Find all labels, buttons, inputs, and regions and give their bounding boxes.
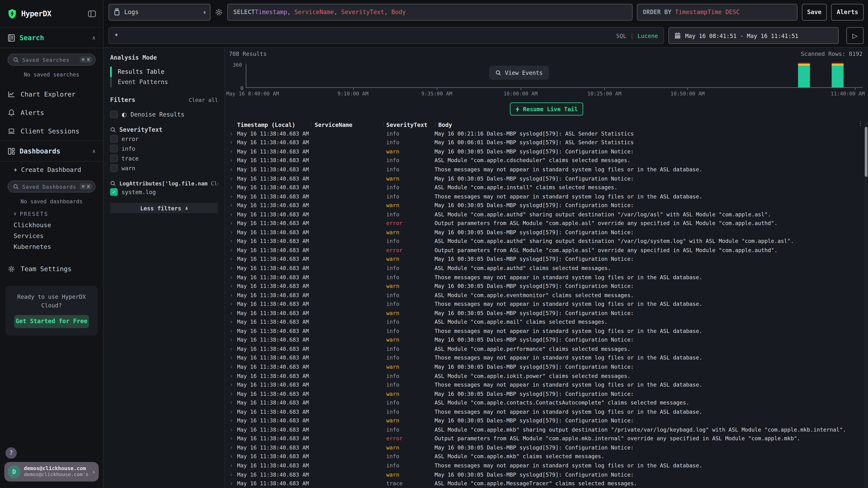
- run-query-button[interactable]: ▷: [846, 27, 864, 44]
- denoise-results-toggle[interactable]: ◐ Denoise Results: [110, 110, 218, 118]
- saved-dashboards-input[interactable]: Saved Dashboards ⌘ K: [8, 181, 95, 193]
- checkbox-checked[interactable]: ✓: [110, 188, 118, 196]
- table-row[interactable]: ›May 16 11:38:40.683 AMwarnMay 16 00:30:…: [225, 282, 868, 291]
- source-selector[interactable]: Logs ▲▼: [108, 4, 211, 21]
- table-row[interactable]: ›May 16 11:38:40.683 AMinfoMay 16 00:21:…: [225, 129, 868, 138]
- table-row[interactable]: ›May 16 11:38:40.683 AMinfoASL Module "c…: [225, 210, 868, 219]
- expand-chevron-icon[interactable]: ›: [229, 157, 237, 164]
- save-button[interactable]: Save: [802, 4, 827, 21]
- results-histogram[interactable]: 360 0 May 16 8:40:00 AM 9:10:00 AM9:35:0…: [225, 60, 868, 98]
- expand-chevron-icon[interactable]: ›: [229, 462, 237, 469]
- create-dashboard-button[interactable]: + Create Dashboard: [0, 162, 103, 178]
- expand-chevron-icon[interactable]: ›: [229, 319, 237, 326]
- table-row[interactable]: ›May 16 11:38:40.683 AMinfoASL Module "c…: [225, 425, 868, 434]
- column-header-severitytext[interactable]: SeverityText: [382, 122, 435, 128]
- collapse-sidebar-icon[interactable]: [88, 10, 96, 17]
- analysis-mode-tab[interactable]: Event Patterns: [110, 77, 218, 87]
- get-started-button[interactable]: Get Started for Free: [14, 315, 89, 328]
- column-separator[interactable]: ⋮: [309, 121, 314, 126]
- table-row[interactable]: ›May 16 11:38:40.683 AMinfoASL Module "c…: [225, 156, 868, 165]
- column-header-timestamp[interactable]: Timestamp (Local): [237, 122, 309, 128]
- table-row[interactable]: ›May 16 11:38:40.683 AMerrorOutput param…: [225, 246, 868, 255]
- table-row[interactable]: ›May 16 11:38:40.683 AMinfoThose message…: [225, 165, 868, 174]
- view-events-button[interactable]: View Events: [489, 66, 549, 80]
- column-separator[interactable]: ⋮: [433, 121, 438, 126]
- expand-chevron-icon[interactable]: ›: [229, 346, 237, 352]
- query-settings-gear-icon[interactable]: [215, 8, 223, 16]
- expand-chevron-icon[interactable]: ›: [229, 372, 237, 379]
- expand-chevron-icon[interactable]: ›: [229, 444, 237, 451]
- expand-chevron-icon[interactable]: ›: [229, 300, 237, 307]
- denoise-checkbox[interactable]: [110, 110, 118, 118]
- table-row[interactable]: ›May 16 11:38:40.683 AMinfoThose message…: [225, 272, 868, 282]
- table-row[interactable]: ›May 16 11:38:40.683 AMinfoThose message…: [225, 380, 868, 389]
- checkbox[interactable]: [110, 144, 118, 152]
- expand-chevron-icon[interactable]: ›: [229, 247, 237, 254]
- expand-chevron-icon[interactable]: ›: [229, 130, 237, 137]
- expand-chevron-icon[interactable]: ›: [229, 310, 237, 317]
- table-row[interactable]: ›May 16 11:38:40.683 AMwarnMay 16 00:30:…: [225, 308, 868, 318]
- table-row[interactable]: ›May 16 11:38:40.683 AMwarnMay 16 00:30:…: [225, 201, 868, 210]
- filter-option[interactable]: ✓system.log: [110, 187, 218, 196]
- expand-chevron-icon[interactable]: ›: [229, 283, 237, 290]
- expand-chevron-icon[interactable]: ›: [229, 363, 237, 370]
- table-row[interactable]: ›May 16 11:38:40.683 AMinfoASL Module "c…: [225, 371, 868, 380]
- expand-chevron-icon[interactable]: ›: [229, 435, 237, 442]
- filter-option[interactable]: trace: [110, 154, 218, 163]
- table-row[interactable]: ›May 16 11:38:40.683 AMinfoASL Module "c…: [225, 237, 868, 246]
- table-row[interactable]: ›May 16 11:38:40.683 AMwarnMay 16 00:30:…: [225, 416, 868, 425]
- expand-chevron-icon[interactable]: ›: [229, 184, 237, 191]
- expand-chevron-icon[interactable]: ›: [229, 327, 237, 334]
- expand-chevron-icon[interactable]: ›: [229, 354, 237, 361]
- expand-chevron-icon[interactable]: ›: [229, 256, 237, 263]
- query-search-input[interactable]: * SQL | Lucene: [108, 27, 664, 44]
- less-filters-button[interactable]: Less filters ∧: [110, 203, 218, 213]
- filter-option[interactable]: error: [110, 134, 218, 143]
- checkbox[interactable]: [110, 135, 118, 142]
- expand-chevron-icon[interactable]: ›: [229, 399, 237, 406]
- expand-chevron-icon[interactable]: ›: [229, 175, 237, 182]
- sidebar-item-chart-explorer[interactable]: Chart Explorer: [0, 85, 103, 104]
- table-row[interactable]: ›May 16 11:38:40.683 AMinfoThose message…: [225, 461, 868, 470]
- table-row[interactable]: ›May 16 11:38:40.683 AMwarnMay 16 00:30:…: [225, 174, 868, 183]
- table-row[interactable]: ›May 16 11:38:40.683 AMwarnMay 16 00:30:…: [225, 228, 868, 237]
- select-clause-input[interactable]: SELECT Timestamp, ServiceName, SeverityT…: [227, 4, 632, 21]
- table-options-kebab-icon[interactable]: ⋮: [858, 120, 863, 126]
- analysis-mode-tab[interactable]: Results Table: [110, 67, 218, 77]
- table-row[interactable]: ›May 16 11:38:40.683 AMwarnMay 16 00:30:…: [225, 335, 868, 345]
- table-row[interactable]: ›May 16 11:38:40.683 AMinfoASL Module "c…: [225, 291, 868, 300]
- table-row[interactable]: ›May 16 11:38:40.683 AMinfoASL Module "c…: [225, 317, 868, 326]
- table-row[interactable]: ›May 16 11:38:40.683 AMinfoThose message…: [225, 407, 868, 416]
- order-by-input[interactable]: ORDER BY TimestampTime DESC: [637, 4, 797, 21]
- preset-item[interactable]: Services: [0, 230, 103, 241]
- table-row[interactable]: ›May 16 11:38:40.683 AMinfoThose message…: [225, 192, 868, 201]
- lang-sql-toggle[interactable]: SQL: [616, 32, 626, 39]
- table-row[interactable]: ›May 16 11:38:40.683 AMinfoASL Module "c…: [225, 183, 868, 192]
- expand-chevron-icon[interactable]: ›: [229, 139, 237, 146]
- saved-searches-input[interactable]: Saved Searches ⌘ K: [8, 54, 95, 66]
- expand-chevron-icon[interactable]: ›: [229, 265, 237, 272]
- chart-plot-area[interactable]: May 16 8:40:00 AM 9:10:00 AM9:35:00 AM10…: [246, 64, 863, 88]
- table-row[interactable]: ›May 16 11:38:40.683 AMwarnMay 16 00:30:…: [225, 389, 868, 398]
- expand-chevron-icon[interactable]: ›: [229, 202, 237, 209]
- table-row[interactable]: ›May 16 11:38:40.683 AMerrorOutput param…: [225, 434, 868, 443]
- checkbox[interactable]: [110, 164, 118, 172]
- table-row[interactable]: ›May 16 11:38:40.683 AMwarnMay 16 00:30:…: [225, 470, 868, 479]
- help-button[interactable]: ?: [5, 447, 17, 459]
- expand-chevron-icon[interactable]: ›: [229, 408, 237, 415]
- user-menu[interactable]: D demos@clickhouse.com demos@clickhouse.…: [4, 462, 99, 482]
- expand-chevron-icon[interactable]: ›: [229, 471, 237, 478]
- file-group-clear-button[interactable]: Clear: [211, 181, 218, 187]
- table-row[interactable]: ›May 16 11:38:40.683 AMerrorOutput param…: [225, 219, 868, 228]
- table-row[interactable]: ›May 16 11:38:40.683 AMtraceASL Module "…: [225, 479, 868, 488]
- table-row[interactable]: ›May 16 11:38:40.683 AMinfoThose message…: [225, 299, 868, 308]
- table-row[interactable]: ›May 16 11:38:40.683 AMwarnMay 16 00:30:…: [225, 147, 868, 156]
- table-row[interactable]: ›May 16 11:38:40.683 AMinfoASL Module "c…: [225, 398, 868, 407]
- expand-chevron-icon[interactable]: ›: [229, 390, 237, 397]
- table-row[interactable]: ›May 16 11:38:40.683 AMinfoThose message…: [225, 353, 868, 362]
- time-range-picker[interactable]: May 16 08:41:51 - May 16 11:41:51: [669, 27, 839, 44]
- expand-chevron-icon[interactable]: ›: [229, 211, 237, 218]
- expand-chevron-icon[interactable]: ›: [229, 193, 237, 200]
- expand-chevron-icon[interactable]: ›: [229, 453, 237, 460]
- sidebar-section-dashboards[interactable]: Dashboards ∧: [0, 140, 103, 162]
